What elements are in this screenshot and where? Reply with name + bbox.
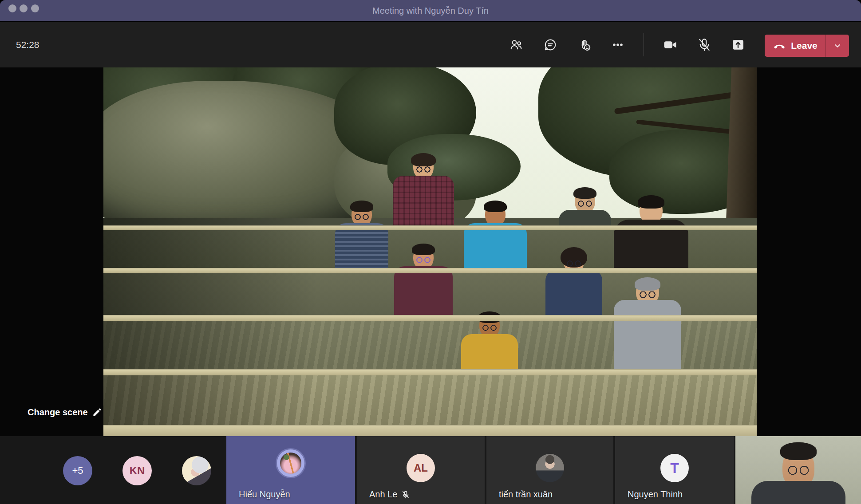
glasses (480, 325, 499, 331)
glasses (414, 166, 433, 173)
participant-name: Hiếu Nguyễn (239, 489, 290, 500)
scene-participant-cutout (394, 245, 453, 321)
participant-tile-nguyen-thinh[interactable]: T Nguyen Thinh (615, 436, 734, 504)
scene-participant-cutout (614, 197, 688, 273)
glasses (575, 201, 595, 207)
step-edge (103, 225, 757, 230)
overflow-participants-badge[interactable]: +5 (63, 456, 92, 485)
meeting-title: Meeting with Nguyễn Duy Tín (0, 0, 861, 21)
participant-tile-hieu-nguyen[interactable]: Hiếu Nguyễn (226, 436, 355, 504)
self-view-video[interactable] (735, 436, 861, 504)
leave-options-button[interactable] (825, 35, 849, 57)
leave-button-label: Leave (791, 40, 818, 51)
participant-tile-anh-le[interactable]: AL Anh Le (357, 436, 485, 504)
participant-name: Anh Le (369, 489, 410, 500)
video-camera-icon (663, 37, 678, 52)
scene-participant-cutout (559, 189, 611, 230)
chat-button[interactable] (541, 36, 560, 54)
toolbar-divider (644, 33, 644, 56)
more-options-button[interactable] (608, 36, 628, 54)
participant-name: Nguyen Thinh (628, 489, 683, 500)
hang-up-icon (773, 41, 786, 50)
step-edge (103, 425, 757, 436)
scene-participant-cutout (464, 202, 527, 273)
chat-bubble-icon (543, 38, 557, 52)
ellipsis-icon (611, 38, 625, 52)
people-icon (509, 38, 523, 52)
step-edge (103, 315, 757, 321)
participant-avatar-kn[interactable]: KN (122, 456, 152, 485)
step-edge (103, 369, 757, 375)
avatar-letter: T (660, 454, 689, 482)
shirt (393, 176, 454, 230)
glasses (636, 291, 659, 298)
together-mode-scene (103, 67, 757, 436)
glasses (784, 465, 813, 475)
shirt (545, 270, 602, 321)
hair (411, 153, 436, 166)
hair (638, 195, 664, 209)
shirt (464, 223, 527, 273)
camera-toggle-button[interactable] (660, 36, 680, 54)
change-scene-label: Change scene (28, 407, 88, 417)
scene-participant-cutout (614, 279, 681, 375)
scene-participant-cutout (335, 202, 388, 273)
avatar-initials: AL (407, 454, 435, 482)
share-tray-icon (731, 38, 745, 52)
avatar-photo (536, 454, 564, 482)
hair (484, 201, 507, 212)
hair (350, 201, 373, 212)
beanie (635, 277, 660, 291)
participants-button[interactable] (506, 36, 526, 54)
change-scene-button[interactable]: Change scene (28, 407, 102, 417)
glasses (352, 214, 371, 220)
scene-participant-cutout (393, 154, 454, 230)
participant-filmstrip: +5 KN Hiếu Nguyễn AL Anh Le (0, 436, 861, 504)
share-content-button[interactable] (728, 36, 748, 54)
avatar-smoothie-speaking-ring (277, 449, 304, 477)
leave-button[interactable]: Leave (765, 35, 825, 57)
meeting-toolbar: 52:28 (0, 21, 861, 67)
scene-participant-cutout (461, 313, 518, 375)
meeting-stage: Change scene (0, 67, 861, 436)
leave-split-button: Leave (765, 35, 849, 57)
mic-muted-icon (697, 37, 712, 52)
mic-toggle-button[interactable] (695, 36, 714, 54)
teams-meeting-window: Meeting with Nguyễn Duy Tín 52:28 (0, 0, 861, 504)
shirt (614, 300, 681, 375)
glasses (414, 257, 433, 263)
pencil-icon (92, 408, 102, 417)
hair (573, 187, 596, 199)
reactions-button[interactable] (575, 36, 594, 54)
rock-shadow (103, 218, 316, 436)
step-edge (103, 268, 757, 273)
glasses (564, 260, 584, 267)
shirt (751, 481, 845, 504)
shirt (335, 223, 388, 273)
meeting-timer: 52:28 (16, 22, 39, 68)
participant-name: tiến trần xuân (499, 489, 553, 500)
participant-avatar-image[interactable] (182, 456, 211, 485)
hair (412, 244, 435, 255)
window-titlebar: Meeting with Nguyễn Duy Tín (0, 0, 861, 21)
raised-hand-smiley-icon (577, 38, 592, 52)
scene-participant-cutout (545, 248, 602, 321)
shirt (394, 266, 453, 321)
chevron-down-icon (833, 41, 842, 50)
mic-muted-icon (401, 490, 410, 499)
participant-tile-tien-tran-xuan[interactable]: tiến trần xuân (486, 436, 613, 504)
hair (780, 442, 817, 460)
